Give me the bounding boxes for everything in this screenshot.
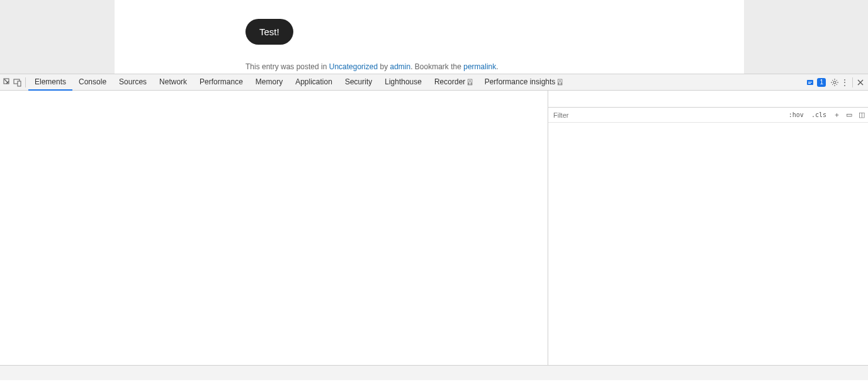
svg-rect-5: [808, 83, 811, 84]
issues-badge[interactable]: 1: [806, 78, 826, 87]
toolbar-tab-network[interactable]: Network: [153, 74, 193, 91]
computed-toggle-icon[interactable]: ▭: [843, 111, 855, 119]
permalink-link[interactable]: permalink: [463, 62, 496, 71]
styles-filter-input[interactable]: [548, 111, 785, 119]
entry-meta-text: This entry was posted in Uncategorized b…: [245, 62, 719, 71]
toolbar-tab-application[interactable]: Application: [289, 74, 339, 91]
kebab-menu-icon[interactable]: ⋮: [840, 74, 850, 91]
breadcrumb[interactable]: [0, 365, 868, 380]
test-button[interactable]: Test!: [245, 19, 293, 45]
preview-content: Test! This entry was posted in Uncategor…: [115, 0, 744, 74]
close-icon[interactable]: [855, 74, 865, 91]
sidebar-layout-icon[interactable]: ◫: [855, 111, 868, 119]
devtools-toolbar: ElementsConsoleSourcesNetworkPerformance…: [0, 74, 868, 91]
cls-toggle[interactable]: .cls: [808, 111, 830, 118]
toolbar-tab-console[interactable]: Console: [72, 74, 113, 91]
styles-rules[interactable]: [548, 123, 868, 365]
svg-point-6: [833, 81, 836, 84]
toolbar-tab-memory[interactable]: Memory: [249, 74, 289, 91]
author-link[interactable]: admin: [390, 62, 410, 71]
page-preview-area: Test! This entry was posted in Uncategor…: [0, 0, 868, 74]
svg-rect-2: [18, 81, 21, 86]
sidebar-tabs: [548, 91, 868, 108]
toolbar-tab-lighthouse[interactable]: Lighthouse: [378, 74, 428, 91]
styles-sidebar: :hov .cls ＋ ▭ ◫: [548, 91, 868, 365]
elements-tree[interactable]: [0, 91, 548, 365]
toolbar-tab-elements[interactable]: Elements: [28, 74, 72, 91]
category-link[interactable]: Uncategorized: [329, 62, 378, 71]
styles-filter-row: :hov .cls ＋ ▭ ◫: [548, 108, 868, 123]
inspect-icon[interactable]: [3, 74, 13, 91]
device-toggle-icon[interactable]: [13, 74, 23, 91]
toolbar-tab-recorder-[interactable]: Recorder ⍍: [428, 74, 478, 91]
toolbar-tab-performance-insights-[interactable]: Performance insights ⍍: [478, 74, 568, 91]
toolbar-tab-security[interactable]: Security: [339, 74, 378, 91]
hov-toggle[interactable]: :hov: [785, 111, 808, 118]
toolbar-tab-sources[interactable]: Sources: [113, 74, 153, 91]
svg-rect-4: [808, 82, 812, 82]
toolbar-tab-performance[interactable]: Performance: [193, 74, 249, 91]
new-style-rule-icon[interactable]: ＋: [830, 110, 843, 120]
settings-icon[interactable]: [830, 74, 840, 91]
